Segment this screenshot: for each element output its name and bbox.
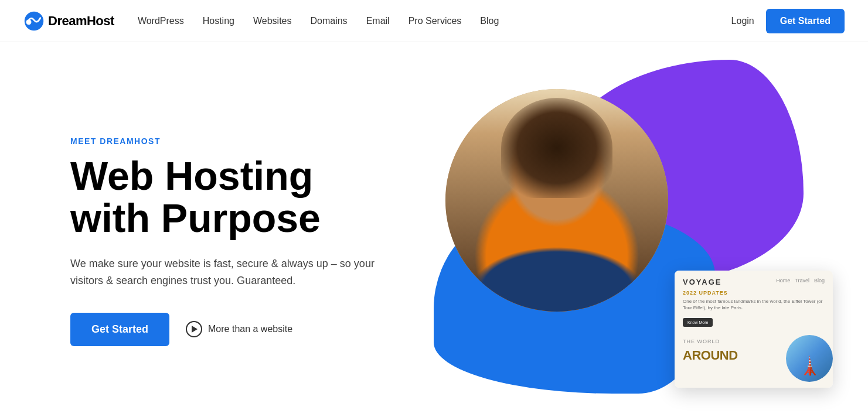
website-preview-card: VOYAGE Home Travel Blog 2022 UPDATES One… (675, 271, 833, 388)
hero-title-line2: with Purpose (70, 196, 321, 240)
logo-text: DreamHost (48, 13, 114, 29)
card-header: VOYAGE Home Travel Blog 2022 UPDATES One… (675, 271, 833, 335)
more-than-website-link[interactable]: More than a website (186, 321, 292, 337)
card-nav: Home Travel Blog (776, 278, 825, 283)
logo-link[interactable]: DreamHost (23, 11, 114, 32)
hero-visual: VOYAGE Home Travel Blog 2022 UPDATES One… (410, 77, 821, 405)
card-eyebrow: 2022 UPDATES (683, 290, 825, 296)
logo-icon (23, 11, 45, 32)
hero-section: MEET DREAMHOST Web Hosting with Purpose … (0, 42, 868, 417)
login-link[interactable]: Login (731, 16, 754, 26)
card-site-title: VOYAGE (683, 278, 721, 286)
svg-point-1 (26, 19, 32, 25)
nav-domains[interactable]: Domains (310, 16, 347, 26)
card-body-text: One of the most famous landmarks in the … (683, 298, 825, 311)
nav-links: WordPress Hosting Websites Domains Email… (138, 16, 731, 26)
card-around-text: AROUND (683, 349, 781, 362)
hero-actions: Get Started More than a website (70, 313, 410, 346)
nav-websites[interactable]: Websites (253, 16, 292, 26)
hero-content: MEET DREAMHOST Web Hosting with Purpose … (70, 136, 410, 346)
card-know-more-button[interactable]: Know More (683, 318, 713, 327)
hero-description: We make sure your website is fast, secur… (70, 255, 375, 289)
nav-hosting[interactable]: Hosting (203, 16, 234, 26)
nav-right: Login Get Started (731, 9, 845, 33)
hero-title-line1: Web Hosting (70, 153, 313, 198)
person-illustration (445, 89, 668, 312)
more-than-website-label: More than a website (208, 324, 292, 334)
main-nav: DreamHost WordPress Hosting Websites Dom… (0, 0, 868, 42)
nav-email[interactable]: Email (366, 16, 390, 26)
hero-person-image (445, 89, 668, 312)
hero-title: Web Hosting with Purpose (70, 155, 410, 239)
nav-pro-services[interactable]: Pro Services (409, 16, 462, 26)
nav-blog[interactable]: Blog (480, 16, 499, 26)
hero-eyebrow: MEET DREAMHOST (70, 136, 410, 146)
card-eiffel-image (786, 335, 833, 382)
card-nav-blog: Blog (814, 278, 825, 283)
card-world-label: THE WORLD (683, 339, 781, 344)
play-icon (186, 321, 202, 337)
card-nav-home: Home (776, 278, 790, 283)
nav-get-started-button[interactable]: Get Started (766, 9, 845, 33)
nav-wordpress[interactable]: WordPress (138, 16, 184, 26)
card-nav-travel: Travel (795, 278, 809, 283)
hero-get-started-button[interactable]: Get Started (70, 313, 169, 346)
card-image-area: THE WORLD AROUND (675, 335, 833, 388)
